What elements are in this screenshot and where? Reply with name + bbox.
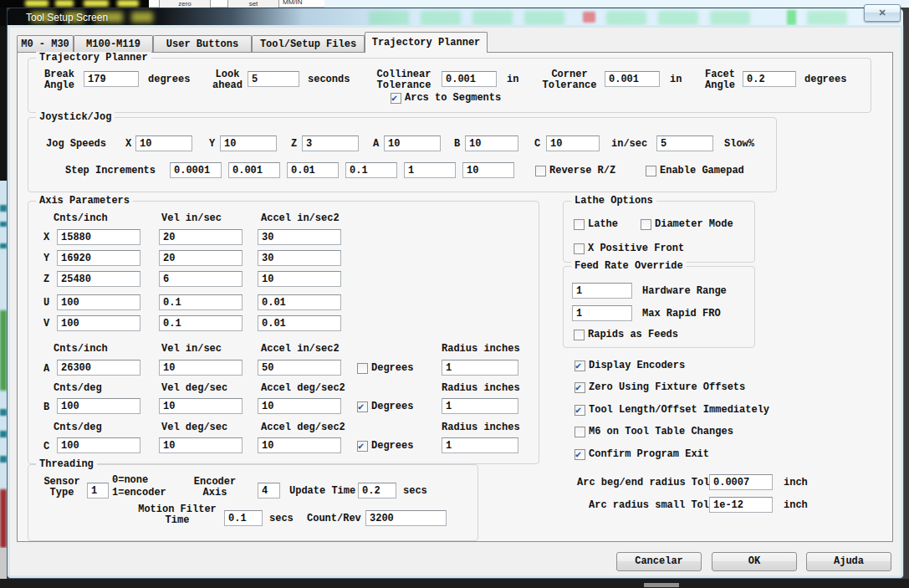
group-legend: Feed Rate Override (571, 260, 687, 272)
collinear-tolerance-input[interactable] (442, 71, 497, 87)
checkbox-box[interactable] (575, 449, 585, 460)
axis-x-cnts-input[interactable] (57, 229, 140, 245)
axis-c-degrees-checkbox[interactable]: Degrees (357, 440, 413, 452)
axis-a-degrees-checkbox[interactable]: Degrees (357, 362, 413, 374)
count-rev-input[interactable] (365, 510, 447, 526)
axis-b-radius-input[interactable] (442, 398, 518, 414)
checkbox-box[interactable] (574, 243, 585, 254)
axis-c-radius-input[interactable] (442, 437, 518, 453)
checkbox-box[interactable] (646, 166, 656, 176)
cancel-button[interactable]: Cancelar (616, 552, 702, 571)
checkbox-box[interactable] (575, 360, 585, 371)
enable-gamepad-checkbox[interactable]: Enable Gamepad (646, 165, 744, 176)
checkbox-box[interactable] (575, 405, 585, 416)
axis-v-cnts-input[interactable] (57, 315, 140, 331)
checkbox-box[interactable] (575, 427, 585, 437)
step-increment-6-input[interactable] (462, 162, 514, 178)
accel-header: Accel in/sec2 (261, 213, 340, 224)
axis-b-accel-input[interactable] (258, 398, 341, 414)
help-button[interactable]: Ajuda (806, 552, 891, 571)
axis-v-accel-input[interactable] (258, 315, 341, 331)
tab-user-buttons[interactable]: User Buttons (153, 35, 252, 52)
checkbox-box[interactable] (357, 401, 368, 412)
tab-trajectory-planner[interactable]: Trajectory Planner (365, 32, 488, 53)
checkbox-box[interactable] (574, 330, 585, 340)
ok-button[interactable]: OK (712, 552, 797, 571)
jog-speed-c-input[interactable] (546, 135, 600, 151)
checkbox-box[interactable] (357, 441, 368, 452)
confirm-program-exit-checkbox[interactable]: Confirm Program Exit (575, 448, 709, 460)
axis-b-vel-input[interactable] (159, 398, 243, 414)
axis-b-degrees-checkbox[interactable]: Degrees (357, 401, 413, 412)
tab-m100-m119[interactable]: M100-M119 (74, 35, 153, 52)
axis-a-radius-input[interactable] (442, 360, 518, 376)
axis-x-accel-input[interactable] (258, 229, 341, 245)
axis-b-radius-header: Radius inches (442, 383, 520, 394)
corner-tolerance-input[interactable] (605, 71, 660, 87)
checkbox-box[interactable] (391, 93, 401, 104)
sensor-type-input[interactable] (87, 483, 109, 499)
axis-y-vel-input[interactable] (159, 250, 243, 266)
step-increment-5-input[interactable] (404, 162, 456, 178)
slow-percent-input[interactable] (656, 135, 713, 151)
jog-speed-y-input[interactable] (220, 135, 277, 151)
facet-angle-input[interactable] (743, 71, 796, 87)
update-time-input[interactable] (358, 483, 396, 499)
axis-u-vel-input[interactable] (159, 294, 243, 310)
reverse-rz-checkbox[interactable]: Reverse R/Z (535, 165, 615, 176)
axis-v-vel-input[interactable] (159, 315, 243, 331)
x-positive-front-checkbox[interactable]: X Positive Front (574, 243, 684, 254)
axis-u-cnts-input[interactable] (57, 294, 140, 310)
axis-b-cnts-input[interactable] (57, 398, 140, 414)
step-increment-1-input[interactable] (170, 162, 222, 178)
jog-speed-b-input[interactable] (465, 135, 518, 151)
step-increment-2-input[interactable] (228, 162, 280, 178)
arc-small-tol-input[interactable] (709, 497, 773, 513)
axis-z-vel-input[interactable] (159, 271, 243, 287)
axis-z-cnts-input[interactable] (57, 271, 140, 287)
tab-m0-m30[interactable]: M0 - M30 (17, 35, 74, 52)
axis-x-vel-input[interactable] (159, 229, 243, 245)
axis-y-cnts-input[interactable] (57, 250, 140, 266)
close-button[interactable]: ✕ (864, 4, 901, 22)
window-titlebar[interactable]: Tool Setup Screen (7, 8, 904, 26)
step-increment-4-input[interactable] (345, 162, 397, 178)
jog-speed-a-input[interactable] (384, 135, 441, 151)
tool-length-offset-immediately-checkbox[interactable]: Tool Length/Offset Immediately (575, 404, 769, 416)
break-angle-input[interactable] (84, 71, 139, 87)
tab-tool-setup-files[interactable]: Tool/Setup Files (252, 35, 365, 52)
lathe-checkbox[interactable]: Lathe (574, 218, 618, 230)
axis-z-accel-input[interactable] (258, 271, 341, 287)
axis-u-accel-input[interactable] (258, 294, 341, 310)
axis-y-accel-input[interactable] (258, 250, 341, 266)
checkbox-label: X Positive Front (588, 243, 684, 254)
axis-a-cnts-input[interactable] (57, 360, 140, 376)
arcs-to-segments-checkbox[interactable]: Arcs to Segments (391, 92, 501, 104)
rapids-as-feeds-checkbox[interactable]: Rapids as Feeds (574, 329, 678, 340)
checkbox-box[interactable] (575, 382, 585, 393)
axis-a-vel-input[interactable] (159, 360, 243, 376)
m6-on-tool-table-changes-checkbox[interactable]: M6 on Tool Table Changes (575, 426, 733, 437)
axis-c-accel-input[interactable] (258, 437, 341, 453)
arc-begend-tol-input[interactable] (709, 474, 773, 490)
display-encoders-checkbox[interactable]: Display Encoders (575, 360, 685, 371)
axis-c-cnts-input[interactable] (57, 437, 140, 453)
zero-using-fixture-offsets-checkbox[interactable]: Zero Using Fixture Offsets (575, 381, 745, 393)
axis-c-vel-input[interactable] (159, 437, 243, 453)
axis-a-accel-input[interactable] (258, 360, 341, 376)
checkbox-box[interactable] (357, 363, 368, 374)
max-rapid-fro-input[interactable] (572, 305, 632, 321)
motion-filter-time-input[interactable] (224, 510, 263, 526)
jog-speed-z-input[interactable] (302, 135, 359, 151)
hardware-range-input[interactable] (572, 283, 632, 299)
look-ahead-input[interactable] (248, 71, 299, 87)
diameter-mode-checkbox[interactable]: Diameter Mode (641, 218, 733, 230)
jog-speed-x-input[interactable] (135, 135, 192, 151)
step-increment-3-input[interactable] (287, 162, 339, 178)
background-toolbar-blur (807, 11, 847, 25)
checkbox-box[interactable] (641, 219, 651, 230)
checkbox-box[interactable] (535, 166, 546, 176)
checkbox-box[interactable] (574, 219, 585, 230)
encoder-axis-input[interactable] (258, 483, 280, 499)
motion-filter-time-label: Motion Filter Time (134, 504, 221, 526)
